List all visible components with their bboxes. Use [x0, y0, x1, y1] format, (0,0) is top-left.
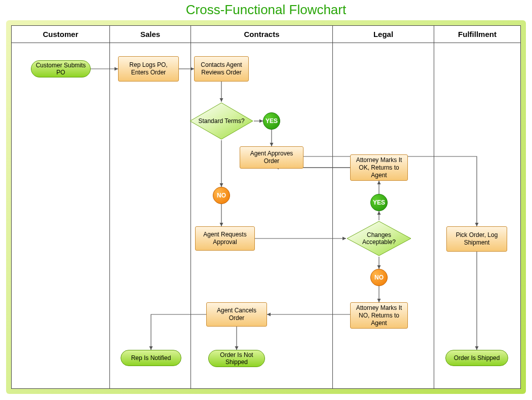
- arrows-layer: [12, 26, 520, 388]
- node-order-is-shipped: Order Is Shipped: [445, 350, 508, 366]
- node-pick-order-log-shipment: Pick Order, Log Shipment: [446, 226, 507, 252]
- lane-header-legal: Legal: [332, 26, 434, 43]
- node-agent-approves-order: Agent Approves Order: [240, 146, 303, 169]
- diagram-root: Cross-Functional Flowchart Customer Sale…: [0, 0, 532, 400]
- page-title: Cross-Functional Flowchart: [0, 2, 532, 18]
- branch-yes-changes-acceptable: YES: [370, 194, 388, 211]
- node-standard-terms: Standard Terms?: [189, 102, 254, 140]
- decision-label-changes-acceptable: Changes Acceptable?: [346, 220, 412, 257]
- lane-header-fulfillment: Fulfillment: [434, 26, 520, 43]
- branch-no-changes-acceptable: NO: [370, 269, 388, 286]
- node-agent-requests-approval: Agent Requests Approval: [195, 226, 255, 251]
- decision-label-standard-terms: Standard Terms?: [189, 102, 254, 140]
- lane-header-customer: Customer: [12, 26, 109, 43]
- node-contacts-agent-reviews: Contacts Agent Reviews Order: [194, 56, 249, 82]
- node-rep-logs-po: Rep Logs PO, Enters Order: [118, 56, 179, 82]
- swimlane-area: Customer Sales Contracts Legal Fulfillme…: [11, 25, 521, 389]
- branch-yes-standard-terms: YES: [263, 112, 280, 130]
- node-attorney-ok: Attorney Marks It OK, Returns to Agent: [350, 154, 408, 181]
- lane-header-sales: Sales: [109, 26, 191, 43]
- node-attorney-no: Attorney Marks It NO, Returns to Agent: [350, 302, 408, 329]
- branch-no-standard-terms: NO: [213, 187, 230, 204]
- node-rep-is-notified: Rep Is Notified: [121, 350, 181, 366]
- node-customer-submits-po: Customer Submits PO: [31, 60, 91, 77]
- node-order-not-shipped: Order Is Not Shipped: [208, 350, 265, 367]
- lane-header-contracts: Contracts: [191, 26, 332, 43]
- node-agent-cancels-order: Agent Cancels Order: [206, 302, 267, 327]
- node-changes-acceptable: Changes Acceptable?: [346, 220, 412, 257]
